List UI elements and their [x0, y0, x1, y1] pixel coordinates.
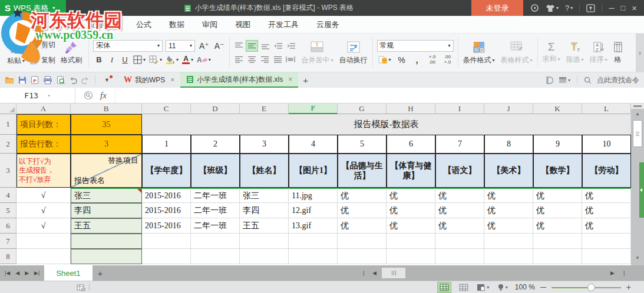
tab-view[interactable]: 视图	[226, 16, 259, 34]
increase-indent-button[interactable]	[285, 40, 297, 52]
tab-my-wps[interactable]: W 我的WPS ×	[118, 72, 180, 88]
scroll-up-button[interactable]: ▲	[631, 109, 644, 118]
table-style-button[interactable]: 表格样式▾	[498, 35, 536, 71]
cell-b8[interactable]	[71, 249, 142, 264]
increase-decimal-button[interactable]: +.0.00	[427, 54, 438, 66]
cell-e4[interactable]: 张三	[240, 188, 289, 203]
cell-d5[interactable]: 二年一班	[191, 203, 240, 218]
cell-b5[interactable]: 李四	[71, 203, 142, 218]
cell-e7[interactable]	[240, 234, 289, 249]
formula-input[interactable]	[115, 88, 644, 103]
close-tab-icon[interactable]: ×	[288, 75, 292, 84]
cell-l6[interactable]: 优	[582, 218, 631, 234]
open-folder-icon[interactable]	[5, 76, 14, 84]
cut-button[interactable]: 剪切	[30, 38, 55, 53]
docer-icon[interactable]	[545, 76, 553, 84]
cell-g4[interactable]: 优	[338, 188, 387, 203]
decrease-decimal-button[interactable]: .00+.0	[442, 54, 454, 66]
cell-e2[interactable]: 3	[240, 135, 289, 154]
format-button-clipped[interactable]: 格	[610, 35, 626, 71]
row-header-6[interactable]: 6	[0, 218, 16, 234]
cell-k2[interactable]: 9	[533, 135, 582, 154]
next-sheet-button[interactable]: ▶	[25, 270, 29, 276]
cell-a7[interactable]	[16, 234, 71, 249]
cell-d3[interactable]: 【班级】	[191, 154, 240, 188]
cell-c1-merged-title[interactable]: 报告模版-数据表	[142, 114, 631, 135]
cell-h3[interactable]: 【体育与健康】	[387, 154, 435, 188]
horizontal-scroll-thumb[interactable]	[382, 268, 405, 278]
cell-g3[interactable]: 【品德与生活】	[338, 154, 387, 188]
col-header-l[interactable]: L	[582, 104, 631, 114]
tab-page-layout[interactable]: 页面布局	[79, 16, 127, 34]
skin-center-icon[interactable]	[530, 4, 539, 12]
cell-d2[interactable]: 2	[191, 135, 240, 154]
sort-button[interactable]: A Z 排序▾	[587, 35, 610, 71]
login-button[interactable]: 未登录	[471, 0, 523, 16]
cell-f4[interactable]: 11.jpg	[289, 188, 338, 203]
maximize-button[interactable]: □	[620, 4, 625, 12]
paste-button[interactable]: 粘贴▾	[4, 39, 28, 67]
cell-i4[interactable]: 优	[435, 188, 484, 203]
cell-l8[interactable]	[582, 249, 631, 264]
tab-insert[interactable]: 插入	[46, 16, 79, 34]
cell-e6[interactable]: 王五	[240, 218, 289, 234]
cell-g5[interactable]: 优	[338, 203, 387, 218]
cell-j7[interactable]	[484, 234, 533, 249]
close-button[interactable]: ×	[632, 3, 637, 13]
cell-h2[interactable]: 6	[387, 135, 435, 154]
cell-f6[interactable]: 13.gif	[289, 218, 338, 234]
tab-developer[interactable]: 开发工具	[259, 16, 308, 34]
tab-data[interactable]: 数据	[160, 16, 193, 34]
search-icon[interactable]	[584, 76, 592, 84]
cell-k7[interactable]	[533, 234, 582, 249]
align-left-button[interactable]	[233, 54, 245, 65]
minimize-button[interactable]: ─	[609, 4, 614, 12]
cell-d8[interactable]	[191, 249, 240, 264]
cell-d7[interactable]	[191, 234, 240, 249]
cell-l3[interactable]: 【劳动】	[582, 154, 631, 188]
cell-d4[interactable]: 二年一班	[191, 188, 240, 203]
cell-h8[interactable]	[387, 249, 435, 264]
fill-color-button[interactable]: ▾	[164, 54, 180, 66]
scroll-right-button[interactable]: ▶	[610, 265, 615, 281]
ribbon-expand-strip[interactable]: ›	[636, 34, 644, 72]
cell-g8[interactable]	[338, 249, 387, 264]
clear-format-button[interactable]: A ▾	[196, 54, 212, 66]
cell-l5[interactable]: 优	[582, 203, 631, 218]
cell-i3[interactable]: 【语文】	[435, 154, 484, 188]
hide-ribbon-icon[interactable]	[586, 4, 595, 12]
redo-icon[interactable]	[81, 76, 90, 84]
cell-options-icon[interactable]	[77, 284, 85, 291]
row-header-7[interactable]: 7	[0, 234, 16, 249]
col-header-j[interactable]: J	[484, 104, 533, 114]
cell-d6[interactable]: 二年一班	[191, 218, 240, 234]
tab-home[interactable]: 开始	[13, 16, 46, 34]
align-center-button[interactable]	[246, 54, 257, 65]
cell-j3[interactable]: 【美术】	[484, 154, 533, 188]
tab-cloud[interactable]: 云服务	[308, 16, 348, 34]
new-tab-button[interactable]: +	[298, 75, 313, 85]
prev-sheet-button[interactable]: ◀	[15, 270, 19, 276]
filter-button[interactable]: 筛选▾	[563, 35, 587, 71]
find-command-label[interactable]: 点此查找命令	[597, 75, 639, 85]
distribute-button[interactable]	[285, 54, 296, 65]
wrap-text-button[interactable]: 自动换行	[336, 35, 371, 71]
currency-format-button[interactable]: ▾	[377, 54, 392, 66]
cell-b7[interactable]	[71, 234, 142, 249]
align-bottom-button[interactable]	[259, 40, 271, 52]
align-middle-button[interactable]	[246, 40, 258, 52]
scroll-down-button[interactable]: ▼	[631, 253, 644, 262]
col-header-d[interactable]: D	[191, 104, 240, 114]
wps-menu-button[interactable]: S WPS 表格 ▾	[0, 0, 66, 16]
help-button[interactable]: ? ▾	[565, 4, 573, 12]
cell-a1[interactable]: 项目列数：	[16, 114, 71, 135]
last-sheet-button[interactable]: ▶|	[34, 270, 39, 276]
cell-f5[interactable]: 12.gif	[289, 203, 338, 218]
cell-i5[interactable]: 优	[435, 203, 484, 218]
font-name-select[interactable]: 宋体▾	[93, 40, 163, 52]
copy-button[interactable]: 复制	[30, 53, 55, 68]
sum-button[interactable]: Σ 求和▾	[540, 35, 563, 71]
cell-b3-diagonal[interactable]: 替换项目 报告表名	[71, 154, 142, 188]
borders-button[interactable]: ▾	[132, 54, 147, 66]
format-painter-button[interactable]: 格式刷	[58, 39, 85, 66]
